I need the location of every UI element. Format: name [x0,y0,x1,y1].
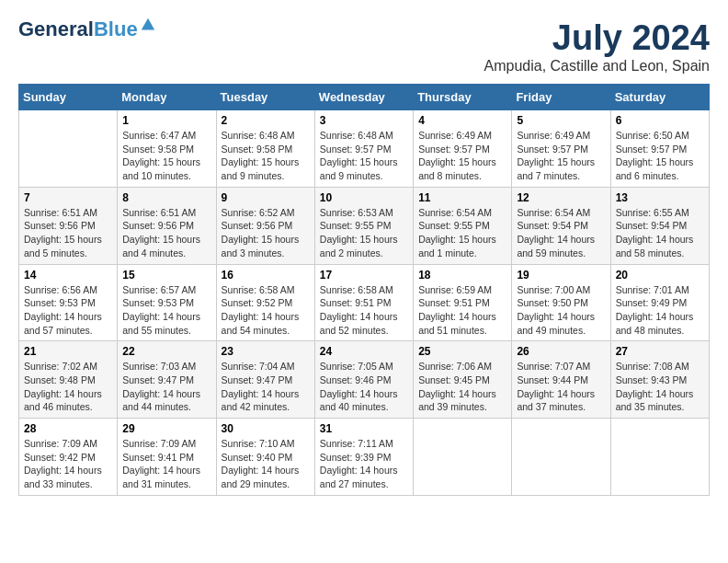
day-detail: Sunrise: 6:49 AM Sunset: 9:57 PM Dayligh… [517,129,605,183]
day-detail: Sunrise: 7:04 AM Sunset: 9:47 PM Dayligh… [222,360,310,414]
day-detail: Sunrise: 6:47 AM Sunset: 9:58 PM Dayligh… [122,129,210,183]
day-detail: Sunrise: 6:53 AM Sunset: 9:55 PM Dayligh… [320,206,408,260]
day-detail: Sunrise: 7:09 AM Sunset: 9:42 PM Dayligh… [24,437,112,491]
calendar-table: SundayMondayTuesdayWednesdayThursdayFrid… [18,84,710,496]
day-number: 7 [24,191,112,204]
day-cell: 9Sunrise: 6:52 AM Sunset: 9:56 PM Daylig… [216,187,314,264]
day-number: 31 [320,422,408,435]
day-number: 28 [24,422,112,435]
day-cell: 30Sunrise: 7:10 AM Sunset: 9:40 PM Dayli… [216,419,314,496]
day-cell: 27Sunrise: 7:08 AM Sunset: 9:43 PM Dayli… [610,341,709,419]
day-cell: 22Sunrise: 7:03 AM Sunset: 9:47 PM Dayli… [118,341,216,419]
day-cell: 31Sunrise: 7:11 AM Sunset: 9:39 PM Dayli… [314,419,413,496]
day-number: 22 [122,345,210,358]
day-detail: Sunrise: 7:07 AM Sunset: 9:44 PM Dayligh… [517,360,605,414]
day-cell: 20Sunrise: 7:01 AM Sunset: 9:49 PM Dayli… [610,264,709,341]
day-cell: 17Sunrise: 6:58 AM Sunset: 9:51 PM Dayli… [314,264,413,341]
day-detail: Sunrise: 6:58 AM Sunset: 9:51 PM Dayligh… [320,283,408,338]
page-header: GeneralBlue July 2024 Ampudia, Castille … [18,18,710,75]
day-detail: Sunrise: 6:51 AM Sunset: 9:56 PM Dayligh… [122,206,210,260]
day-number: 12 [517,191,605,204]
day-cell: 19Sunrise: 7:00 AM Sunset: 9:50 PM Dayli… [512,264,610,341]
day-number: 20 [616,269,704,282]
day-number: 21 [24,345,112,358]
header-cell-tuesday: Tuesday [216,85,314,110]
day-detail: Sunrise: 7:03 AM Sunset: 9:47 PM Dayligh… [122,360,210,414]
day-detail: Sunrise: 6:48 AM Sunset: 9:57 PM Dayligh… [320,129,408,183]
month-title: July 2024 [484,18,711,58]
day-number: 11 [418,191,506,204]
day-number: 4 [418,114,506,127]
day-detail: Sunrise: 7:11 AM Sunset: 9:39 PM Dayligh… [320,437,408,491]
day-cell: 16Sunrise: 6:58 AM Sunset: 9:52 PM Dayli… [216,264,314,341]
day-number: 15 [122,269,210,282]
day-detail: Sunrise: 7:05 AM Sunset: 9:46 PM Dayligh… [320,360,408,414]
svg-marker-0 [141,18,154,30]
header-cell-monday: Monday [118,85,216,110]
day-cell: 10Sunrise: 6:53 AM Sunset: 9:55 PM Dayli… [314,187,413,264]
day-detail: Sunrise: 6:51 AM Sunset: 9:56 PM Dayligh… [24,206,112,260]
day-cell: 25Sunrise: 7:06 AM Sunset: 9:45 PM Dayli… [414,341,512,419]
day-detail: Sunrise: 6:56 AM Sunset: 9:53 PM Dayligh… [24,283,112,338]
title-block: July 2024 Ampudia, Castille and Leon, Sp… [484,18,711,75]
week-row-1: 1Sunrise: 6:47 AM Sunset: 9:58 PM Daylig… [19,110,710,188]
day-detail: Sunrise: 7:09 AM Sunset: 9:41 PM Dayligh… [122,437,210,491]
day-number: 19 [517,269,605,282]
day-detail: Sunrise: 6:59 AM Sunset: 9:51 PM Dayligh… [418,283,506,338]
header-cell-thursday: Thursday [414,85,512,110]
day-number: 13 [616,191,704,204]
day-detail: Sunrise: 6:58 AM Sunset: 9:52 PM Dayligh… [222,283,310,338]
day-number: 25 [418,345,506,358]
day-cell: 7Sunrise: 6:51 AM Sunset: 9:56 PM Daylig… [19,187,118,264]
day-number: 10 [320,191,408,204]
day-cell: 13Sunrise: 6:55 AM Sunset: 9:54 PM Dayli… [610,187,709,264]
header-row: SundayMondayTuesdayWednesdayThursdayFrid… [19,85,710,110]
header-cell-friday: Friday [512,85,610,110]
day-detail: Sunrise: 7:08 AM Sunset: 9:43 PM Dayligh… [616,360,704,414]
day-number: 1 [122,114,210,127]
day-detail: Sunrise: 6:54 AM Sunset: 9:54 PM Dayligh… [517,206,605,260]
week-row-5: 28Sunrise: 7:09 AM Sunset: 9:42 PM Dayli… [19,419,710,496]
day-detail: Sunrise: 6:52 AM Sunset: 9:56 PM Dayligh… [222,206,310,260]
day-cell: 4Sunrise: 6:49 AM Sunset: 9:57 PM Daylig… [414,110,512,188]
day-cell: 2Sunrise: 6:48 AM Sunset: 9:58 PM Daylig… [216,110,314,188]
day-detail: Sunrise: 7:01 AM Sunset: 9:49 PM Dayligh… [616,283,704,338]
week-row-3: 14Sunrise: 6:56 AM Sunset: 9:53 PM Dayli… [19,264,710,341]
day-number: 5 [517,114,605,127]
day-number: 6 [616,114,704,127]
day-number: 9 [222,191,310,204]
day-number: 24 [320,345,408,358]
day-number: 14 [24,269,112,282]
day-detail: Sunrise: 7:10 AM Sunset: 9:40 PM Dayligh… [222,437,310,491]
header-cell-saturday: Saturday [610,85,709,110]
day-number: 3 [320,114,408,127]
day-cell [19,110,118,188]
week-row-2: 7Sunrise: 6:51 AM Sunset: 9:56 PM Daylig… [19,187,710,264]
day-detail: Sunrise: 6:50 AM Sunset: 9:57 PM Dayligh… [616,129,704,183]
day-number: 29 [122,422,210,435]
day-number: 23 [222,345,310,358]
day-cell: 14Sunrise: 6:56 AM Sunset: 9:53 PM Dayli… [19,264,118,341]
day-detail: Sunrise: 6:54 AM Sunset: 9:55 PM Dayligh… [418,206,506,260]
day-detail: Sunrise: 6:49 AM Sunset: 9:57 PM Dayligh… [418,129,506,183]
logo: GeneralBlue [18,18,156,40]
logo-text: GeneralBlue [18,18,138,40]
day-cell: 24Sunrise: 7:05 AM Sunset: 9:46 PM Dayli… [314,341,413,419]
day-cell [512,419,610,496]
day-detail: Sunrise: 7:00 AM Sunset: 9:50 PM Dayligh… [517,283,605,338]
day-number: 8 [122,191,210,204]
day-cell: 5Sunrise: 6:49 AM Sunset: 9:57 PM Daylig… [512,110,610,188]
day-cell [414,419,512,496]
day-cell: 11Sunrise: 6:54 AM Sunset: 9:55 PM Dayli… [414,187,512,264]
week-row-4: 21Sunrise: 7:02 AM Sunset: 9:48 PM Dayli… [19,341,710,419]
logo-icon [140,17,156,33]
day-cell: 15Sunrise: 6:57 AM Sunset: 9:53 PM Dayli… [118,264,216,341]
day-number: 16 [222,269,310,282]
day-cell: 29Sunrise: 7:09 AM Sunset: 9:41 PM Dayli… [118,419,216,496]
day-cell [610,419,709,496]
day-detail: Sunrise: 6:48 AM Sunset: 9:58 PM Dayligh… [222,129,310,183]
day-number: 2 [222,114,310,127]
day-cell: 12Sunrise: 6:54 AM Sunset: 9:54 PM Dayli… [512,187,610,264]
day-cell: 23Sunrise: 7:04 AM Sunset: 9:47 PM Dayli… [216,341,314,419]
day-detail: Sunrise: 6:55 AM Sunset: 9:54 PM Dayligh… [616,206,704,260]
